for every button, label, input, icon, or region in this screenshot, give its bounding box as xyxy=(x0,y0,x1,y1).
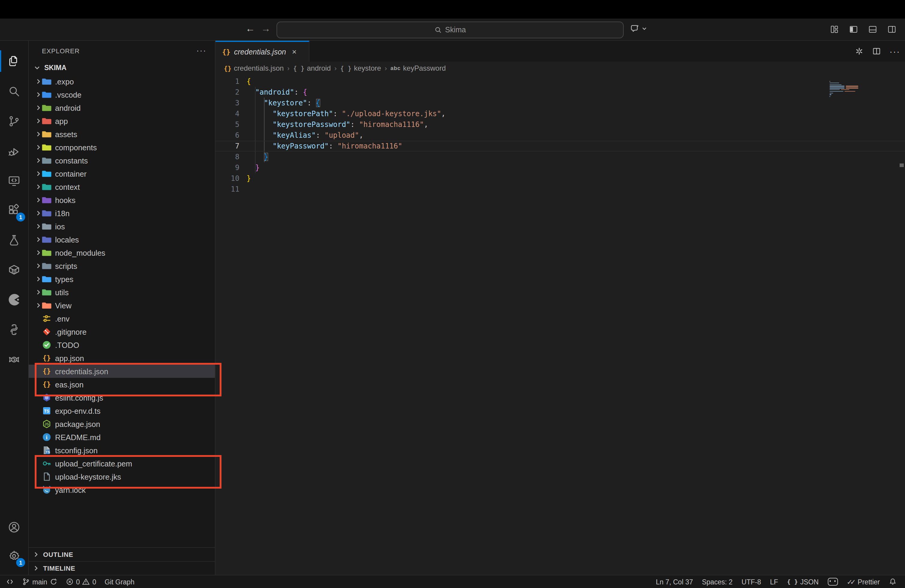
activity-item-run-and-debug[interactable] xyxy=(0,137,28,166)
toggle-panel-icon[interactable] xyxy=(868,25,878,34)
tree-item--expo[interactable]: .expo xyxy=(29,75,215,88)
status-language-mode[interactable]: { }JSON xyxy=(787,577,819,586)
breadcrumb-keypassword[interactable]: abckeyPassword xyxy=(391,64,446,72)
status-notifications[interactable] xyxy=(889,578,897,586)
tree-item-tsconfig-json[interactable]: TStsconfig.json xyxy=(29,444,215,457)
command-center-search[interactable]: Skima xyxy=(276,22,624,38)
tree-item-label: assets xyxy=(55,130,77,138)
svg-text:TS: TS xyxy=(44,408,49,413)
nav-back-button[interactable]: ← xyxy=(244,23,256,35)
tree-item-i18n[interactable]: i18n xyxy=(29,207,215,220)
split-editor-icon[interactable] xyxy=(872,47,881,56)
tree-item-types[interactable]: types xyxy=(29,272,215,286)
panel-outline[interactable]: OUTLINE xyxy=(29,547,215,561)
scripts-folder-icon xyxy=(42,261,51,271)
status-encoding[interactable]: UTF-8 xyxy=(741,578,761,585)
tab-close-icon[interactable]: × xyxy=(292,47,297,56)
code-line-5[interactable]: 5 "keystorePassword": "hiromacha1116", xyxy=(216,119,905,130)
toggle-sidebar-right-icon[interactable] xyxy=(887,25,897,34)
status-remote-indicator[interactable] xyxy=(6,578,14,586)
code-line-2[interactable]: 2 "android": { xyxy=(216,87,905,98)
activity-item-settings[interactable]: 1 xyxy=(0,541,28,570)
line-number: 10 xyxy=(216,173,240,184)
breadcrumb-credentials-json[interactable]: {}credentials.json xyxy=(224,64,284,73)
tree-item-android[interactable]: android xyxy=(29,101,215,114)
tree-item-hooks[interactable]: hooks xyxy=(29,194,215,207)
code-line-8[interactable]: 8 } xyxy=(216,151,905,162)
panel-timeline[interactable]: TIMELINE xyxy=(29,561,215,575)
git-icon xyxy=(42,327,51,337)
activity-item-extensions[interactable]: 1 xyxy=(0,196,28,224)
tree-item-app[interactable]: app xyxy=(29,114,215,127)
tree-item-node-modules[interactable]: node_modules xyxy=(29,246,215,259)
tree-item--env[interactable]: .env xyxy=(29,312,215,325)
accounts-icon xyxy=(7,520,21,534)
activity-item-python[interactable] xyxy=(0,315,28,344)
breadcrumb-keystore[interactable]: { }keystore xyxy=(340,64,381,72)
code-line-1[interactable]: 1{ xyxy=(216,76,905,87)
activity-item-code-tool[interactable] xyxy=(0,285,28,314)
activity-item-sweet[interactable] xyxy=(0,345,28,373)
minimap[interactable] xyxy=(830,81,872,99)
explorer-title: EXPLORER xyxy=(42,47,79,54)
tree-item-context[interactable]: context xyxy=(29,180,215,194)
tree-item-eas-json[interactable]: {}eas.json xyxy=(29,378,215,391)
tree-item-components[interactable]: components xyxy=(29,141,215,154)
more-actions-icon[interactable]: ··· xyxy=(196,46,206,55)
more-actions-icon[interactable]: ··· xyxy=(889,46,900,56)
tree-item--gitignore[interactable]: .gitignore xyxy=(29,325,215,338)
tree-item-expo-env-d-ts[interactable]: TSexpo-env.d.ts xyxy=(29,404,215,417)
tree-item-assets[interactable]: assets xyxy=(29,127,215,141)
code-line-6[interactable]: 6 "keyAlias": "upload", xyxy=(216,130,905,141)
workspace-root-row[interactable]: SKIMA xyxy=(29,61,215,74)
activity-item-source-control[interactable] xyxy=(0,106,28,135)
status-problems[interactable]: 00 xyxy=(66,578,96,586)
copilot-chat-button[interactable] xyxy=(630,23,647,33)
tree-item-yarn-lock[interactable]: yarn.lock xyxy=(29,483,215,496)
activity-item-accounts[interactable] xyxy=(0,513,28,541)
tree-item-utils[interactable]: utils xyxy=(29,286,215,299)
tree-item-eslint-config-js[interactable]: eslint.config.js xyxy=(29,391,215,404)
code-line-11[interactable]: 11 xyxy=(216,184,905,195)
tab-credentials-json[interactable]: {} credentials.json × xyxy=(216,41,310,62)
nav-forward-button[interactable]: → xyxy=(260,23,272,35)
status-git-graph[interactable]: Git Graph xyxy=(105,578,135,585)
code-line-10[interactable]: 10} xyxy=(216,173,905,184)
code-line-4[interactable]: 4 "keystorePath": "./upload-keystore.jks… xyxy=(216,108,905,119)
chatgpt-icon[interactable] xyxy=(855,47,864,56)
activity-item-remote-explorer[interactable] xyxy=(0,167,28,195)
tree-item-view[interactable]: View xyxy=(29,299,215,312)
code-editor[interactable]: 1{2 "android": {3 "keystore": {4 "keysto… xyxy=(216,76,905,575)
status-text: main xyxy=(32,578,47,585)
code-line-9[interactable]: 9 } xyxy=(216,162,905,173)
tree-item-app-json[interactable]: {}app.json xyxy=(29,351,215,365)
tree-item-scripts[interactable]: scripts xyxy=(29,259,215,272)
status-cursor-position[interactable]: Ln 7, Col 37 xyxy=(656,578,693,585)
breadcrumb-android[interactable]: { }android xyxy=(293,64,331,72)
tree-item-locales[interactable]: locales xyxy=(29,233,215,246)
status-git-branch[interactable]: main xyxy=(22,578,57,586)
toggle-sidebar-left-icon[interactable] xyxy=(849,25,858,34)
tree-item-upload-keystore-jks[interactable]: upload-keystore.jks xyxy=(29,470,215,483)
tree-item-readme-md[interactable]: iREADME.md xyxy=(29,431,215,444)
status-formatter[interactable]: ✓✓Prettier xyxy=(847,577,880,586)
tree-item-credentials-json[interactable]: {}credentials.json xyxy=(29,365,215,378)
chevron-right-icon xyxy=(35,144,42,151)
code-line-3[interactable]: 3 "keystore": { xyxy=(216,98,905,108)
status-copilot[interactable] xyxy=(827,578,838,586)
status-eol[interactable]: LF xyxy=(770,578,778,585)
breadcrumb-separator: › xyxy=(287,65,289,72)
tree-item-ios[interactable]: ios xyxy=(29,220,215,233)
activity-item-docker[interactable] xyxy=(0,255,28,284)
tree-item-upload-certificate-pem[interactable]: upload_certificate.pem xyxy=(29,457,215,470)
tree-item--todo[interactable]: .TODO xyxy=(29,338,215,351)
status-indentation[interactable]: Spaces: 2 xyxy=(702,578,732,585)
tree-item-container[interactable]: container xyxy=(29,167,215,180)
customize-layout-icon[interactable] xyxy=(830,25,839,34)
tree-item-constants[interactable]: constants xyxy=(29,154,215,167)
activity-item-testing[interactable] xyxy=(0,226,28,254)
activity-item-explorer[interactable] xyxy=(0,47,28,75)
activity-item-search[interactable] xyxy=(0,77,28,105)
tree-item--vscode[interactable]: .vscode xyxy=(29,88,215,101)
tree-item-package-json[interactable]: JSpackage.json xyxy=(29,417,215,431)
